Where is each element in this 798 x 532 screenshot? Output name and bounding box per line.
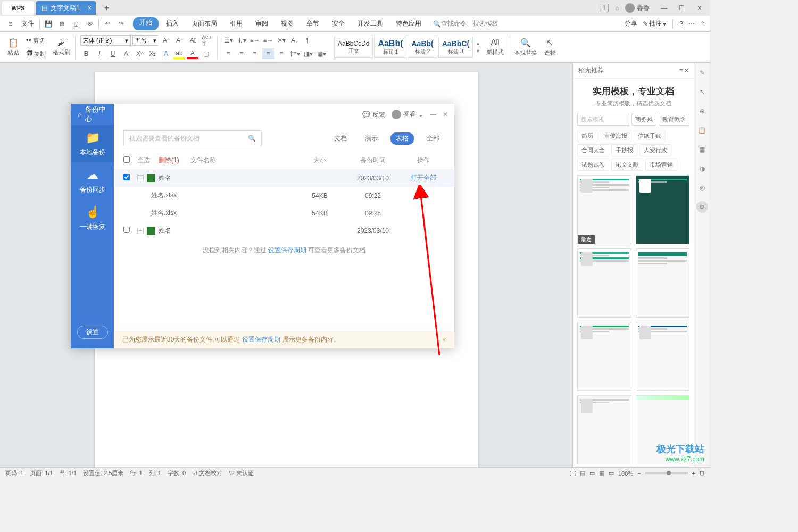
tag-thesis[interactable]: 论文文献 (611, 159, 643, 171)
backup-file-row[interactable]: 姓名.xlsx 54KB 09:22 (114, 187, 454, 204)
open-all-link[interactable]: 打开全部 (402, 173, 445, 182)
tab-developer[interactable]: 开发工具 (352, 17, 388, 30)
status-auth[interactable]: 🛡 未认证 (229, 469, 254, 477)
filter-sheet[interactable]: 表格 (390, 132, 414, 145)
feedback-button[interactable]: 💬反馈 (362, 110, 385, 119)
align-right-icon[interactable]: ≡ (249, 48, 261, 59)
view-mode-icon[interactable]: ▤ (580, 470, 585, 477)
font-name-select[interactable]: 宋体 (正文)▾ (80, 35, 131, 46)
filter-doc[interactable]: 文档 (329, 132, 352, 145)
backup-folder-row[interactable]: + 姓名 2023/03/10 (114, 222, 454, 239)
highlight-icon[interactable]: ab (173, 48, 185, 59)
fit-page-icon[interactable]: ⊡ (700, 470, 704, 477)
tag-marketing[interactable]: 市场营销 (645, 159, 677, 171)
superscript-icon[interactable]: X² (134, 48, 145, 59)
template-thumbnail[interactable] (577, 322, 631, 391)
zoom-out-icon[interactable]: − (637, 470, 641, 477)
status-page[interactable]: 页面: 1/1 (30, 469, 53, 477)
more-icon[interactable]: ⋯ (688, 20, 695, 28)
dialog-user[interactable]: 香香⌄ (392, 110, 423, 119)
add-tab-button[interactable]: + (100, 1, 114, 15)
template-thumbnail[interactable] (636, 248, 690, 318)
sidebar-cloud-sync[interactable]: ☁ 备份同步 (71, 162, 114, 200)
bullets-icon[interactable]: ☰▾ (222, 35, 234, 46)
char-shading-icon[interactable]: ▢ (200, 48, 212, 59)
dialog-settings-button[interactable]: 设置 (77, 326, 108, 339)
set-period-link[interactable]: 设置保存周期 (268, 246, 306, 254)
clipboard-icon[interactable]: 📋 (696, 124, 708, 136)
cut-label[interactable]: 剪切 (33, 37, 45, 45)
status-col[interactable]: 列: 1 (149, 469, 161, 477)
tab-chapter[interactable]: 章节 (301, 17, 325, 30)
status-page-number[interactable]: 页码: 1 (5, 469, 23, 477)
tag-exam[interactable]: 试题试卷 (577, 159, 609, 171)
outline-view-icon[interactable]: ▦ (599, 470, 604, 477)
tab-start[interactable]: 开始 (133, 17, 159, 30)
save-icon[interactable]: 💾 (42, 18, 55, 30)
border-icon[interactable]: ▦▾ (315, 48, 327, 59)
zoom-level[interactable]: 100% (618, 470, 633, 477)
wps-logo[interactable]: WPS (2, 1, 34, 15)
show-marks-icon[interactable]: ¶ (302, 35, 314, 46)
sort-icon[interactable]: A↓ (289, 35, 301, 46)
fullscreen-icon[interactable]: ⛶ (570, 470, 576, 477)
status-line[interactable]: 行: 1 (130, 469, 142, 477)
row-checkbox[interactable] (123, 227, 137, 235)
align-justify-icon[interactable]: ≡ (262, 48, 274, 59)
strike-icon[interactable]: A (120, 48, 132, 59)
find-replace-button[interactable]: 🔍 查找替换 (511, 34, 541, 61)
underline-icon[interactable]: U (107, 48, 119, 59)
help-icon[interactable]: ? (679, 20, 683, 28)
web-view-icon[interactable]: ▭ (609, 470, 614, 477)
annotate-button[interactable]: ✎批注▾ (643, 19, 666, 28)
template-thumbnail[interactable]: 最近 (577, 175, 631, 244)
distribute-icon[interactable]: ≡ (276, 48, 287, 59)
style-down-icon[interactable]: ▼ (476, 48, 480, 54)
indent-dec-icon[interactable]: ≡← (249, 35, 261, 46)
file-menu[interactable]: 文件 (18, 19, 37, 28)
preview-icon[interactable]: 👁 (84, 18, 96, 30)
command-search[interactable]: 🔍 查找命令、搜索模板 (433, 19, 498, 28)
hamburger-icon[interactable]: ≡ (4, 18, 17, 30)
filter-business[interactable]: 商务风 (631, 113, 656, 126)
template-thumbnail[interactable] (577, 248, 631, 318)
phonetic-icon[interactable]: wén字 (201, 35, 212, 46)
template-search-input[interactable]: 搜索模板 (577, 113, 629, 126)
font-color-icon[interactable]: A (187, 48, 198, 59)
redo-icon[interactable]: ↷ (115, 18, 128, 30)
lightbulb-icon[interactable]: ◎ (696, 182, 708, 194)
tab-view[interactable]: 视图 (276, 17, 299, 30)
minimize-icon[interactable]: — (656, 4, 672, 12)
maximize-icon[interactable]: ☐ (674, 4, 690, 12)
sidebar-restore[interactable]: ☝ 一键恢复 (71, 200, 114, 237)
globe-icon[interactable]: ⊕ (696, 105, 708, 117)
tab-featured[interactable]: 特色应用 (390, 17, 427, 30)
subscript-icon[interactable]: X₂ (147, 48, 159, 59)
line-spacing-icon[interactable]: ‡≡▾ (289, 48, 301, 59)
palette-icon[interactable]: ◑ (696, 163, 708, 174)
tag-poster[interactable]: 宣传海报 (600, 130, 631, 142)
delete-button[interactable]: 删除(1) (159, 156, 190, 165)
align-center-icon[interactable]: ≡ (236, 48, 247, 59)
zoom-slider[interactable] (645, 472, 688, 474)
grow-font-icon[interactable]: A⁺ (161, 35, 172, 46)
tab-security[interactable]: 安全 (327, 17, 350, 30)
close-icon[interactable]: ✕ (692, 4, 708, 12)
user-badge[interactable]: 香香 (625, 3, 650, 13)
row-checkbox[interactable] (123, 174, 137, 182)
document-area[interactable]: ▤▾ ⌂ 备份中心 📁 本地备份 ☁ 备份同步 (0, 63, 572, 467)
tag-contract[interactable]: 合同大全 (577, 144, 609, 156)
tag-hr[interactable]: 人资行政 (639, 144, 671, 156)
status-setting[interactable]: 设置值: 2.5厘米 (83, 469, 123, 477)
style-heading3[interactable]: AaBbC(标题 3 (438, 37, 473, 58)
tag-handwritten[interactable]: 手抄报 (611, 144, 637, 156)
align-left-icon[interactable]: ≡ (222, 48, 234, 59)
format-painter-group[interactable]: 🖌 格式刷 (49, 34, 73, 61)
dialog-close-icon[interactable]: ✕ (443, 111, 448, 118)
template-thumbnail[interactable] (636, 175, 690, 244)
copy-icon[interactable]: 🗐 (26, 50, 32, 57)
bold-icon[interactable]: B (80, 48, 92, 59)
select-button[interactable]: ↖ 选择 (541, 34, 559, 61)
tab-review[interactable]: 审阅 (250, 17, 273, 30)
collapse-icon[interactable]: − (137, 175, 144, 181)
